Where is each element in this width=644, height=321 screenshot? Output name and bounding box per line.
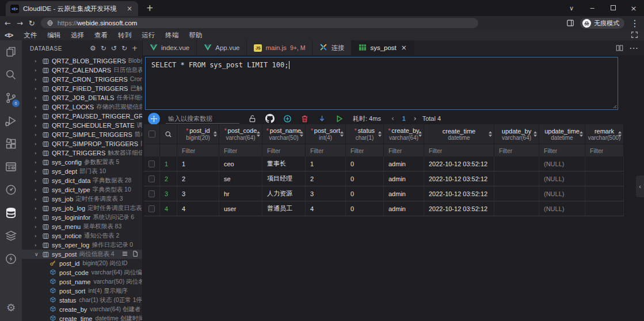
filter-input-update_by[interactable] xyxy=(494,147,539,154)
chevron-right-icon[interactable]: › xyxy=(35,205,40,211)
sort-icon[interactable] xyxy=(489,131,492,137)
sort-icon[interactable] xyxy=(378,131,382,137)
sort-icon[interactable] xyxy=(257,131,260,137)
sort-icon[interactable] xyxy=(580,131,583,137)
power-icon[interactable] xyxy=(0,247,22,270)
cell-create_time[interactable]: 2022-10-12 03:52:12 xyxy=(424,201,494,216)
tree-table-QRTZ_CRON_TRIGGERS[interactable]: ›QRTZ_CRON_TRIGGERSCron类型... xyxy=(22,75,142,84)
tree-table-QRTZ_FIRED_TRIGGERS[interactable]: ›QRTZ_FIRED_TRIGGERS已触发的触... xyxy=(22,84,142,93)
tree-table-QRTZ_SIMPROP_TRIGGERS[interactable]: ›QRTZ_SIMPROP_TRIGGERS同步机... xyxy=(22,139,142,148)
tab-App.vue[interactable]: App.vue xyxy=(197,40,247,55)
tree-table-QRTZ_TRIGGERS[interactable]: ›QRTZ_TRIGGERS触发器详细信息表 3 xyxy=(22,148,142,158)
row-checkbox[interactable] xyxy=(148,175,155,182)
chevron-right-icon[interactable]: › xyxy=(35,132,40,137)
editor-more-actions-icon[interactable]: ⋯ xyxy=(629,43,638,54)
cell-post_sort[interactable]: 2 xyxy=(306,171,346,186)
sort-icon[interactable] xyxy=(418,131,422,137)
tree-table-QRTZ_PAUSED_TRIGGER_GRPS[interactable]: ›QRTZ_PAUSED_TRIGGER_GRPS暂... xyxy=(22,112,142,121)
cell-create_by[interactable]: admin xyxy=(384,186,424,201)
cell-remark[interactable] xyxy=(585,186,624,201)
tree-table-sys_logininfor[interactable]: ›sys_logininfor系统访问记录 6 xyxy=(22,213,142,222)
menu-item-编辑[interactable]: 编辑 xyxy=(42,31,66,40)
cell-post_code[interactable]: se xyxy=(219,171,262,186)
table-row[interactable]: 44user普通员工40admin2022-10-12 03:52:12(NUL… xyxy=(144,201,624,216)
tree-table-QRTZ_SCHEDULER_STATE[interactable]: ›QRTZ_SCHEDULER_STATE调度器状... xyxy=(22,121,142,130)
menu-item-查看[interactable]: 查看 xyxy=(89,31,113,40)
cell-create_by[interactable]: admin xyxy=(384,156,424,171)
tree-table-sys_dept[interactable]: ›sys_dept部门表 10 xyxy=(22,167,142,176)
new-tab-button[interactable]: + xyxy=(146,3,154,13)
cell-update_by[interactable] xyxy=(494,201,539,216)
new-query-icon[interactable] xyxy=(132,250,139,258)
tree-table-sys_dict_data[interactable]: ›sys_dict_data字典数据表 28 xyxy=(22,176,142,185)
sort-icon[interactable] xyxy=(618,131,622,137)
resize-handle[interactable] xyxy=(612,104,617,109)
source-control-icon[interactable]: 6 xyxy=(0,86,22,109)
download-icon[interactable] xyxy=(318,114,326,123)
tree-field-create_time[interactable]: create_timedatetime 创建时间 xyxy=(22,314,142,321)
tab-close-icon[interactable]: × xyxy=(401,44,407,52)
tree-table-sys_job_log[interactable]: ›sys_job_log定时任务调度日志表 0 xyxy=(22,204,142,213)
preview-window-icon[interactable] xyxy=(0,155,22,178)
cell-post_code[interactable]: ceo xyxy=(219,156,262,171)
move-button[interactable] xyxy=(148,113,160,125)
filter-input-create_by[interactable] xyxy=(384,147,424,154)
tree-table-sys_job[interactable]: ›sys_job定时任务调度表 3 xyxy=(22,194,142,204)
open-data-icon[interactable] xyxy=(121,250,128,258)
col-header-create_by[interactable]: *create_byvarchar(64) xyxy=(384,124,424,144)
tab-sys_post[interactable]: sys_post× xyxy=(352,40,414,55)
tree-table-QRTZ_LOCKS[interactable]: ›QRTZ_LOCKS存储的悲观锁信息表 2 xyxy=(22,102,142,112)
cell-remark[interactable] xyxy=(585,156,624,171)
tree-table-QRTZ_CALENDARS[interactable]: ›QRTZ_CALENDARS日历信息表 0 xyxy=(22,66,142,75)
chevron-right-icon[interactable]: › xyxy=(35,104,40,110)
tree-table-QRTZ_JOB_DETAILS[interactable]: ›QRTZ_JOB_DETAILS任务详细信息... xyxy=(22,93,142,102)
browser-tab[interactable]: <t> CloudIDE - 云原生集成开发环境 × xyxy=(6,1,138,16)
split-editor-icon[interactable] xyxy=(616,44,623,52)
filter-input-post_id[interactable] xyxy=(177,147,219,154)
timer-icon[interactable] xyxy=(0,178,22,201)
chevron-right-icon[interactable]: › xyxy=(35,178,40,184)
cell-create_time[interactable]: 2022-10-12 03:52:12 xyxy=(424,171,494,186)
settings-gear-icon[interactable]: ⚙ xyxy=(0,296,22,319)
row-search-icon[interactable] xyxy=(160,124,177,144)
cell-post_name[interactable]: 普通员工 xyxy=(262,201,306,216)
menu-item-终端[interactable]: 终端 xyxy=(160,31,184,40)
cell-update_time[interactable]: (NULL) xyxy=(539,186,585,201)
delete-row-icon[interactable] xyxy=(300,114,309,123)
col-header-post_id[interactable]: *post_idbigint(20) xyxy=(177,124,219,144)
filter-input-post_code[interactable] xyxy=(219,147,262,154)
col-header-update_by[interactable]: update_byvarchar(64) xyxy=(494,124,539,144)
page-next-icon[interactable]: › xyxy=(414,114,417,123)
cell-update_time[interactable]: (NULL) xyxy=(539,201,585,216)
cell-create_by[interactable]: admin xyxy=(384,171,424,186)
chevron-down-icon[interactable]: ∨ xyxy=(35,251,40,257)
tab-close-icon[interactable]: × xyxy=(125,5,134,13)
cell-status[interactable]: 0 xyxy=(346,186,384,201)
tree-table-sys_oper_log[interactable]: ›sys_oper_log操作日志记录 0 xyxy=(22,240,142,250)
reload-button[interactable]: ↻ xyxy=(29,19,35,28)
cell-post_sort[interactable]: 4 xyxy=(306,201,346,216)
tree-field-post_name[interactable]: post_namevarchar(50) 岗位名称 xyxy=(22,277,142,286)
cell-remark[interactable] xyxy=(585,201,624,216)
row-checkbox[interactable] xyxy=(148,205,155,212)
chevron-right-icon[interactable]: › xyxy=(35,123,40,128)
browser-more-menu[interactable]: ⋮ xyxy=(630,18,639,29)
cell-remark[interactable] xyxy=(585,171,624,186)
cell-post_name[interactable]: 人力资源 xyxy=(262,186,306,201)
cell-status[interactable]: 0 xyxy=(346,201,384,216)
cell-post_name[interactable]: 董事长 xyxy=(262,156,306,171)
cell-update_time[interactable]: (NULL) xyxy=(539,171,585,186)
chevron-right-icon[interactable]: › xyxy=(35,159,40,165)
chevron-right-icon[interactable]: › xyxy=(35,242,40,248)
cell-create_time[interactable]: 2022-10-12 03:52:12 xyxy=(424,156,494,171)
tree-table-sys_dict_type[interactable]: ›sys_dict_type字典类型表 10 xyxy=(22,185,142,194)
cell-post_sort[interactable]: 1 xyxy=(306,156,346,171)
chevron-right-icon[interactable]: › xyxy=(35,233,40,239)
tree-table-sys_notice[interactable]: ›sys_notice通知公告表 2 xyxy=(22,231,142,240)
menu-item-帮助[interactable]: 帮助 xyxy=(184,31,207,40)
cell-post_id[interactable]: 1 xyxy=(177,156,219,171)
right-panel-toggle[interactable]: ‹ xyxy=(636,175,644,197)
split-screen-icon[interactable] xyxy=(566,19,574,27)
explorer-icon[interactable] xyxy=(0,40,22,63)
sort-icon[interactable] xyxy=(340,131,344,137)
